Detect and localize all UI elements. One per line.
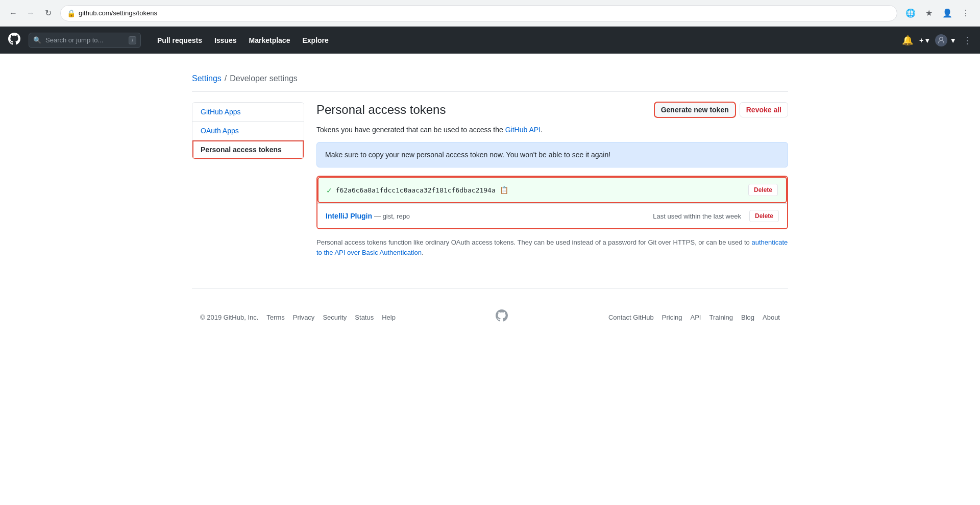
github-logo[interactable]: [8, 32, 20, 49]
token-list-item: IntelliJ Plugin — gist, repo Last used w…: [317, 203, 787, 228]
reload-button[interactable]: ↻: [41, 6, 55, 20]
footer-link-privacy[interactable]: Privacy: [293, 314, 315, 321]
footer-link-terms[interactable]: Terms: [266, 314, 284, 321]
browser-bar: ← → ↻ 🔒 github.com/settings/tokens 🌐 ★ 👤…: [0, 0, 980, 27]
delete-token-button-2[interactable]: Delete: [749, 210, 779, 222]
sidebar-item-personal-tokens[interactable]: Personal access tokens: [192, 140, 304, 159]
github-navbar: 🔍 Search or jump to... / Pull requests I…: [0, 27, 980, 54]
star-button[interactable]: ★: [921, 5, 937, 21]
description-intro: Tokens you have generated that can be us…: [316, 126, 788, 134]
token-info: IntelliJ Plugin — gist, repo: [326, 212, 410, 220]
footer-link-contact[interactable]: Contact GitHub: [608, 314, 654, 321]
user-menu[interactable]: ▼: [935, 34, 957, 46]
token-name[interactable]: IntelliJ Plugin: [326, 212, 372, 220]
footer-link-api[interactable]: API: [691, 314, 701, 321]
new-token-row: ✓ f62a6c6a8a1fdcc1c0aaca32f181cf6dbac219…: [317, 177, 787, 203]
more-options-icon[interactable]: ⋮: [963, 35, 972, 46]
token-value-text: f62a6c6a8a1fdcc1c0aaca32f181cf6dbac2194a: [336, 186, 496, 194]
search-placeholder: Search or jump to...: [45, 36, 103, 44]
translate-button[interactable]: 🌐: [902, 5, 919, 21]
dropdown-arrow: ▼: [949, 36, 957, 44]
plus-dropdown[interactable]: + ▾: [919, 36, 929, 44]
check-icon: ✓: [327, 185, 332, 195]
lock-icon: 🔒: [67, 9, 76, 17]
sidebar: GitHub Apps OAuth Apps Personal access t…: [192, 102, 304, 159]
new-token-section: ✓ f62a6c6a8a1fdcc1c0aaca32f181cf6dbac219…: [316, 176, 788, 229]
footer-logo: [496, 309, 508, 325]
page-header: Personal access tokens Generate new toke…: [316, 102, 788, 117]
more-button[interactable]: ⋮: [958, 5, 974, 21]
footer-link-about[interactable]: About: [763, 314, 780, 321]
token-value-container: ✓ f62a6c6a8a1fdcc1c0aaca32f181cf6dbac219…: [327, 185, 508, 195]
token-last-used: Last used within the last week: [653, 212, 741, 220]
search-shortcut: /: [129, 36, 136, 44]
footer-link-blog[interactable]: Blog: [741, 314, 754, 321]
breadcrumb-current: Developer settings: [230, 74, 298, 83]
nav-issues[interactable]: Issues: [210, 34, 241, 46]
footer-content: © 2019 GitHub, Inc. Terms Privacy Securi…: [192, 309, 788, 325]
search-box[interactable]: 🔍 Search or jump to... /: [29, 33, 141, 48]
sidebar-item-github-apps[interactable]: GitHub Apps: [192, 103, 304, 122]
footer-link-training[interactable]: Training: [709, 314, 732, 321]
browser-actions: 🌐 ★ 👤 ⋮: [902, 5, 974, 21]
footer-copyright: © 2019 GitHub, Inc.: [200, 314, 258, 321]
desc-text-end: .: [422, 249, 424, 256]
url-text: github.com/settings/tokens: [79, 9, 891, 17]
generate-token-button[interactable]: Generate new token: [654, 102, 736, 117]
footer-description: Personal access tokens function like ord…: [316, 237, 788, 257]
settings-link[interactable]: Settings: [192, 74, 222, 83]
github-api-link[interactable]: GitHub API: [505, 126, 541, 134]
nav-explore[interactable]: Explore: [298, 34, 332, 46]
info-message: Make sure to copy your new personal acce…: [325, 151, 610, 159]
main-layout: GitHub Apps OAuth Apps Personal access t…: [192, 102, 788, 257]
address-bar[interactable]: 🔒 github.com/settings/tokens: [60, 5, 897, 21]
profile-button[interactable]: 👤: [939, 5, 955, 21]
footer-left: © 2019 GitHub, Inc. Terms Privacy Securi…: [200, 314, 396, 321]
forward-button[interactable]: →: [23, 6, 38, 20]
nav-right-actions: 🔔 + ▾ ▼ ⋮: [902, 34, 972, 46]
browser-nav-buttons: ← → ↻: [6, 6, 55, 20]
info-box: Make sure to copy your new personal acce…: [316, 142, 788, 167]
description-text-1: Tokens you have generated that can be us…: [316, 126, 505, 134]
sidebar-item-oauth-apps[interactable]: OAuth Apps: [192, 122, 304, 140]
token-scopes: — gist, repo: [374, 212, 410, 220]
search-icon: 🔍: [33, 36, 41, 44]
page-content: Settings / Developer settings GitHub App…: [184, 54, 796, 348]
footer-link-pricing[interactable]: Pricing: [662, 314, 682, 321]
footer-link-status[interactable]: Status: [355, 314, 374, 321]
breadcrumb: Settings / Developer settings: [192, 66, 788, 92]
token-meta: Last used within the last week Delete: [653, 210, 779, 222]
description-text-1-end: .: [541, 126, 543, 134]
delete-token-button-1[interactable]: Delete: [748, 184, 778, 196]
page-footer: © 2019 GitHub, Inc. Terms Privacy Securi…: [192, 288, 788, 335]
breadcrumb-separator: /: [225, 74, 227, 83]
footer-right: Contact GitHub Pricing API Training Blog…: [608, 314, 780, 321]
content-area: Personal access tokens Generate new toke…: [316, 102, 788, 257]
header-actions: Generate new token Revoke all: [654, 102, 788, 117]
desc-text-1: Personal access tokens function like ord…: [316, 238, 751, 246]
bell-icon[interactable]: 🔔: [902, 35, 913, 46]
back-button[interactable]: ←: [6, 6, 20, 20]
page-title: Personal access tokens: [316, 103, 446, 117]
nav-marketplace[interactable]: Marketplace: [245, 34, 295, 46]
nav-pull-requests[interactable]: Pull requests: [153, 34, 206, 46]
footer-link-help[interactable]: Help: [382, 314, 396, 321]
footer-link-security[interactable]: Security: [323, 314, 347, 321]
avatar: [935, 34, 947, 46]
revoke-all-button[interactable]: Revoke all: [740, 102, 788, 117]
copy-icon[interactable]: 📋: [500, 186, 508, 194]
main-nav: Pull requests Issues Marketplace Explore: [153, 34, 333, 46]
